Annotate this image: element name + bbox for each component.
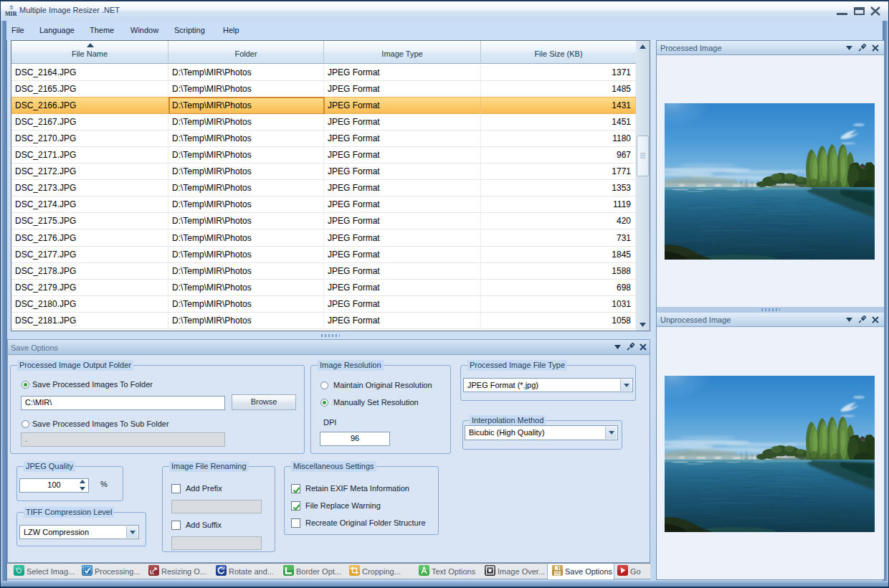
svg-text:MIR: MIR [5,11,17,17]
